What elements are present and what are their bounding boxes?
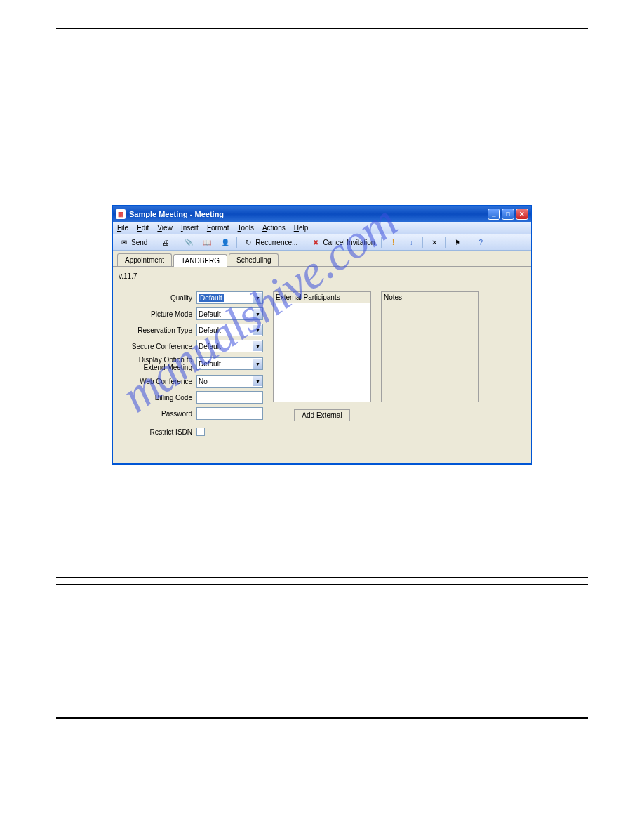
table-header-field — [56, 578, 140, 584]
table-row-description — [140, 640, 588, 717]
menu-actions[interactable]: Actions — [262, 224, 286, 232]
secure-conference-select[interactable]: Default▼ — [196, 340, 263, 352]
book-icon: 📖 — [202, 237, 212, 247]
menu-insert[interactable]: Insert — [181, 224, 199, 232]
minimize-button[interactable]: _ — [488, 208, 500, 220]
cancel-icon: ✖ — [311, 237, 321, 247]
importance-low-button[interactable]: ↓ — [404, 237, 418, 248]
toolbar-separator — [177, 237, 177, 248]
calendar-icon: ▦ — [116, 209, 126, 219]
importance-low-icon: ↓ — [406, 237, 416, 247]
person-icon: 👤 — [220, 237, 230, 247]
table-row-description — [140, 628, 588, 640]
table-row-field — [56, 640, 140, 717]
picture-mode-label: Picture Mode — [119, 310, 192, 318]
version-label: v.11.7 — [119, 272, 525, 280]
send-button[interactable]: ✉ Send — [117, 237, 149, 248]
table-header-description — [140, 578, 588, 584]
window-titlebar[interactable]: ▦ Sample Meeting - Meeting _ □ ✕ — [113, 206, 531, 222]
billing-code-input[interactable] — [196, 391, 263, 404]
outlook-window: ▦ Sample Meeting - Meeting _ □ ✕ File Ed… — [112, 205, 532, 465]
toolbar-separator — [236, 237, 237, 248]
menu-file[interactable]: File — [117, 224, 128, 232]
secure-conference-label: Secure Conference — [119, 343, 192, 350]
importance-high-icon: ! — [388, 237, 398, 247]
attach-icon: 📎 — [184, 237, 194, 247]
close-button[interactable]: ✕ — [516, 208, 528, 220]
tab-content: v.11.7 Quality Default▼ Picture Mode Def… — [113, 267, 531, 463]
external-participants-panel: External Participants — [273, 291, 371, 402]
password-label: Password — [119, 410, 192, 418]
toolbar-separator — [469, 237, 469, 248]
header-rule — [56, 28, 588, 29]
table-row-field — [56, 628, 140, 640]
window-title: Sample Meeting - Meeting — [129, 210, 224, 218]
print-icon: 🖨 — [161, 237, 170, 247]
web-conference-label: Web Conference — [119, 378, 192, 385]
notes-panel: Notes — [381, 291, 479, 402]
help-button[interactable]: ? — [474, 237, 488, 248]
reservation-type-select[interactable]: Default▼ — [196, 324, 263, 336]
notes-area[interactable] — [382, 303, 478, 402]
book-button[interactable]: 📖 — [200, 237, 214, 248]
billing-code-label: Billing Code — [119, 394, 192, 402]
external-participants-label: External Participants — [274, 292, 370, 303]
toolbar: ✉ Send 🖨 📎 📖 👤 ↻ Recurrence... ✖ Cancel … — [113, 234, 531, 251]
recurrence-icon: ↻ — [243, 237, 253, 247]
chevron-down-icon: ▼ — [253, 325, 262, 335]
help-icon: ? — [476, 237, 485, 247]
toolbar-separator — [422, 237, 423, 248]
quality-label: Quality — [119, 294, 192, 302]
restrict-isdn-label: Restrict ISDN — [119, 428, 192, 436]
delete-button[interactable]: ✕ — [427, 237, 441, 248]
picture-mode-select[interactable]: Default▼ — [196, 307, 263, 320]
tab-tandberg[interactable]: TANDBERG — [173, 254, 227, 267]
toolbar-separator — [445, 237, 446, 248]
table-row-field — [56, 585, 140, 628]
check-names-button[interactable]: 👤 — [218, 237, 232, 248]
quality-select[interactable]: Default▼ — [196, 291, 263, 304]
flag-button[interactable]: ⚑ — [450, 237, 464, 248]
toolbar-separator — [304, 237, 304, 248]
importance-high-button[interactable]: ! — [386, 237, 400, 248]
menu-format[interactable]: Format — [207, 224, 229, 232]
print-button[interactable]: 🖨 — [159, 237, 173, 248]
reservation-type-label: Reservation Type — [119, 326, 192, 334]
menu-help[interactable]: Help — [294, 224, 309, 232]
delete-icon: ✕ — [429, 237, 439, 247]
toolbar-separator — [381, 237, 382, 248]
restrict-isdn-checkbox[interactable] — [196, 428, 205, 436]
display-option-select[interactable]: Default▼ — [196, 357, 263, 370]
menu-view[interactable]: View — [157, 224, 173, 232]
toolbar-separator — [154, 237, 154, 248]
recurrence-button[interactable]: ↻ Recurrence... — [241, 237, 300, 248]
table-row-description — [140, 585, 588, 628]
chevron-down-icon: ▼ — [253, 359, 262, 369]
chevron-down-icon: ▼ — [253, 309, 262, 319]
attach-button[interactable]: 📎 — [182, 237, 196, 248]
chevron-down-icon: ▼ — [253, 376, 262, 386]
field-description-table — [56, 577, 588, 719]
maximize-button[interactable]: □ — [502, 208, 514, 220]
web-conference-select[interactable]: No▼ — [196, 375, 263, 388]
send-icon: ✉ — [119, 237, 129, 247]
add-external-button[interactable]: Add External — [294, 409, 350, 421]
page-intro — [56, 142, 588, 184]
notes-label: Notes — [382, 292, 478, 303]
menu-edit[interactable]: Edit — [137, 224, 149, 232]
menu-tools[interactable]: Tools — [238, 224, 254, 232]
password-input[interactable] — [196, 407, 263, 420]
tab-appointment[interactable]: Appointment — [117, 253, 172, 266]
display-option-label: Display Option to Extend Meeting — [119, 356, 192, 371]
external-participants-list[interactable] — [274, 303, 370, 402]
chevron-down-icon: ▼ — [253, 341, 262, 351]
cancel-invitation-button[interactable]: ✖ Cancel Invitation — [309, 237, 377, 248]
tab-scheduling[interactable]: Scheduling — [229, 253, 279, 266]
flag-icon: ⚑ — [452, 237, 462, 247]
chevron-down-icon: ▼ — [253, 293, 262, 303]
menu-bar[interactable]: File Edit View Insert Format Tools Actio… — [113, 222, 531, 234]
tab-row: Appointment TANDBERG Scheduling — [113, 251, 531, 267]
